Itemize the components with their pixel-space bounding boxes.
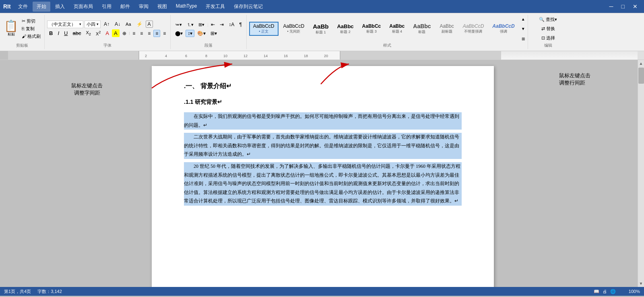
right-annotation: 鼠标左键点击 调整行间距 [559, 72, 590, 87]
font-size-selector[interactable]: 小四▾ [85, 21, 101, 28]
paragraph-3: 20 世纪 50 年代，随着空间技术的发展，为了解决多输入、多输出非平稳随机信号… [184, 162, 462, 206]
border-button[interactable]: ⊞▾ [208, 30, 219, 37]
font-name-selector[interactable]: （中文正文）▾ [47, 21, 83, 28]
styles-label: 样式 [383, 43, 391, 48]
svg-text:6: 6 [185, 54, 187, 58]
svg-text:8: 8 [205, 54, 207, 58]
ribbon: 📋 粘贴 ✂ 剪切 ⎘ 复制 🖌 格式刷 剪贴板 （中文正文） [0, 13, 644, 51]
style-heading2[interactable]: AaBbc 标题 2 [333, 22, 357, 36]
style-heading1[interactable]: AaBb 标题 1 [309, 22, 332, 36]
select-button[interactable]: ⊡选择 [539, 34, 557, 42]
bold-button[interactable]: B [47, 29, 55, 37]
highlight-button[interactable]: A [112, 29, 120, 37]
vertical-scrollbar[interactable]: ▲ ▼ [638, 60, 644, 287]
page-container: 鼠标左键点击 调整字间距 鼠标左键点击 调整行间距 [152, 66, 494, 281]
style-subtle-emphasis[interactable]: AaBbCcD 不明显强调 [459, 22, 488, 35]
menu-view[interactable]: 视图 [153, 2, 171, 12]
copy-button[interactable]: ⎘ 复制 [21, 25, 42, 32]
replace-button[interactable]: ⇄替换 [539, 25, 557, 33]
zoom-level: 100% [629, 289, 640, 294]
ruler: 2 4 6 8 10 12 14 16 18 20 [0, 51, 644, 60]
increase-font-button[interactable]: A↑ [102, 21, 111, 28]
menu-review[interactable]: 审阅 [135, 2, 153, 12]
maximize-button[interactable]: □ [618, 2, 628, 10]
menu-home[interactable]: 开始 [33, 2, 50, 12]
menu-mathtype[interactable]: MathType [172, 2, 201, 12]
title-bar: RIt 文件 开始 插入 页面布局 引用 邮件 审阅 视图 MathType 开… [0, 0, 644, 13]
decrease-font-button[interactable]: A↓ [113, 21, 122, 28]
read-view-button[interactable]: 📖 [594, 289, 599, 294]
svg-text:12: 12 [244, 54, 248, 58]
style-title[interactable]: AaBbc 标题 [409, 22, 434, 36]
paragraph-group: ≔▾ ⒈▾ ⊞▾ | ⇤ ⇥ ↕A ¶ ⬤▾ ↕▾ 🎨▾ ⊞▾ 段落 [171, 15, 246, 49]
svg-text:10: 10 [223, 54, 227, 58]
bullets-button[interactable]: ≔▾ [173, 21, 184, 28]
align-right-button[interactable]: ≡ [146, 30, 153, 37]
convert-button[interactable]: ⚡ [134, 21, 144, 28]
char-border-button[interactable]: A [146, 21, 153, 28]
style-heading3[interactable]: AaBbCc 标题 3 [359, 22, 385, 35]
document-area: 鼠标左键点击 调整字间距 鼠标左键点击 调整行间距 [0, 60, 644, 287]
circle-char-button[interactable]: ⊕ [120, 30, 128, 37]
menu-cloudnote[interactable]: 保存到云笔记 [230, 2, 267, 12]
print-view-button[interactable]: 🖨 [603, 289, 607, 294]
superscript-button[interactable]: X2 [94, 29, 103, 37]
scroll-down-button[interactable]: ▼ [638, 280, 644, 287]
view-controls: 📖 🖨 🌐 [594, 289, 616, 294]
menu-layout[interactable]: 页面布局 [70, 2, 97, 12]
show-marks-button[interactable]: ¶ [237, 21, 244, 28]
justify-button[interactable]: ≡ [153, 30, 160, 37]
align-center-button[interactable]: ≡ [138, 30, 145, 37]
style-subtitle[interactable]: AaBbc 副标题 [436, 22, 458, 35]
paste-button[interactable]: 📋 粘贴 [2, 20, 20, 38]
shading-button[interactable]: 🎨▾ [195, 30, 208, 37]
underline-button[interactable]: U [62, 29, 70, 37]
line-spacing-button[interactable]: ↕▾ [186, 30, 194, 37]
distribute-button[interactable]: ≡ [161, 30, 168, 37]
menu-bar: 文件 开始 插入 页面布局 引用 邮件 审阅 视图 MathType 开发工具 … [14, 2, 267, 12]
svg-text:2: 2 [145, 54, 147, 58]
multilevel-button[interactable]: ⊞▾ [196, 21, 206, 28]
subscript-button[interactable]: X2 [84, 29, 93, 37]
page-info: 第1页，共4页 [4, 289, 31, 295]
menu-file[interactable]: 文件 [14, 2, 32, 12]
app-logo: RIt [3, 3, 11, 10]
left-annotation: 鼠标左键点击 调整字间距 [71, 82, 103, 97]
menu-devtools[interactable]: 开发工具 [202, 2, 229, 12]
strikethrough-button[interactable]: abc [70, 29, 83, 37]
change-case-button[interactable]: Aa [124, 21, 133, 27]
menu-mail[interactable]: 邮件 [116, 2, 134, 12]
svg-rect-1 [340, 51, 501, 60]
align-left2-button[interactable]: ⬤▾ [173, 30, 185, 37]
status-bar: 第1页，共4页 字数：3,142 📖 🖨 🌐 100% [0, 287, 644, 296]
scroll-thumb[interactable] [638, 68, 644, 84]
style-no-spacing[interactable]: AaBbCcD • 无间距 [280, 22, 308, 35]
numbering-button[interactable]: ⒈▾ [185, 21, 196, 29]
style-heading4[interactable]: AaBbc 标题 4 [386, 22, 408, 35]
cut-button[interactable]: ✂ 剪切 [21, 18, 42, 25]
decrease-indent-button[interactable]: ⇤ [209, 21, 217, 28]
title-bar-left: RIt 文件 开始 插入 页面布局 引用 邮件 审阅 视图 MathType 开… [3, 2, 267, 12]
align-left-button[interactable]: ≡ [130, 30, 137, 37]
paragraph-label: 段落 [204, 43, 213, 48]
menu-insert[interactable]: 插入 [51, 2, 69, 12]
svg-rect-0 [8, 51, 139, 60]
svg-text:18: 18 [304, 54, 308, 58]
styles-scroll[interactable]: ▲ ▼ ⊞ [521, 17, 525, 41]
document-scroll: 鼠标左键点击 调整字间距 鼠标左键点击 调整行间距 [8, 60, 638, 287]
scroll-up-button[interactable]: ▲ [638, 60, 644, 67]
font-color-button[interactable]: A [103, 29, 111, 37]
find-button[interactable]: 🔍查找▾ [537, 16, 559, 23]
close-button[interactable]: ✕ [630, 2, 641, 10]
style-normal[interactable]: AaBbCcD • 正文 [249, 22, 279, 36]
menu-references[interactable]: 引用 [98, 2, 116, 12]
increase-indent-button[interactable]: ⇥ [218, 21, 226, 28]
font-label: 字体 [103, 43, 111, 48]
format-painter-button[interactable]: 🖌 格式刷 [21, 33, 42, 40]
style-emphasis[interactable]: AaBbCcD 强调 [489, 22, 518, 35]
minimize-button[interactable]: ─ [606, 2, 617, 10]
sort-button[interactable]: ↕A [227, 21, 236, 28]
paragraph-1: 在实际中，我们所观测的信号都是受到噪声干扰的。如何尽可能地抑制噪声，而把有用信号… [184, 112, 462, 130]
web-view-button[interactable]: 🌐 [610, 289, 616, 294]
italic-button[interactable]: I [56, 29, 61, 37]
